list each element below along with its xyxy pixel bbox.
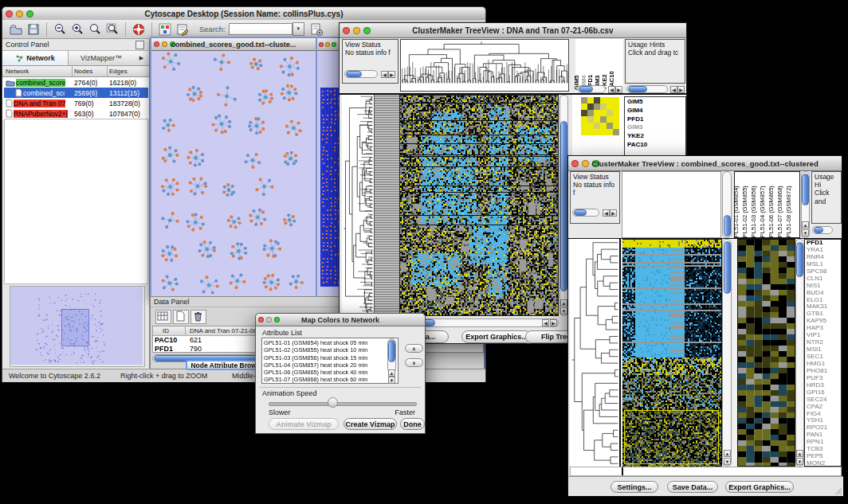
tab-overflow-button[interactable]: ▶ [134,51,149,65]
zoom-in-icon[interactable] [70,22,84,37]
slider-thumb[interactable] [328,397,338,408]
minimize-button[interactable] [325,42,330,47]
export-graphics-button[interactable]: Export Graphics... [725,481,794,493]
zoom-vscrollbar[interactable]: ▲ ▼ [795,239,804,467]
new-attribute-icon[interactable] [173,310,189,324]
zoom-heatmap-panel[interactable] [737,239,795,467]
settings-button[interactable]: Settings... [610,481,658,493]
scrollbar-thumb[interactable] [724,215,731,236]
scroll-up-arrow[interactable]: ▲ [802,221,809,229]
treeview2-titlebar[interactable]: ClusterMaker TreeView : combined_scores_… [568,156,842,171]
data-col-attr[interactable]: DNA and Tran 07-21-06 [190,327,257,334]
zoom-heatmap-canvas[interactable] [738,240,795,466]
row-dendrogram-canvas[interactable] [342,95,374,316]
view-status-scrollbar[interactable] [572,209,599,217]
scrollbar-thumb[interactable] [796,242,803,277]
annotation-icon[interactable] [175,22,190,37]
network-view-canvas[interactable] [151,51,312,294]
heatmap-panel[interactable] [622,239,722,467]
usage-hints-scrollbar[interactable] [812,226,833,234]
correlation-matrix-canvas[interactable] [579,96,621,136]
zoom-out-icon[interactable] [53,22,67,37]
delete-attribute-icon[interactable] [190,310,206,324]
network-row[interactable]: combined_scores 2764(0) 16218(0) [4,77,148,88]
network-list-empty-area[interactable] [4,119,148,284]
row-dendrogram-panel[interactable] [342,95,374,316]
column-dendrogram-panel[interactable] [622,171,721,238]
network-overview-panel[interactable] [10,286,145,367]
zoom-fit-icon[interactable] [105,22,120,37]
heatmap-canvas[interactable] [622,240,721,467]
column-dendrogram-canvas[interactable] [401,40,568,84]
matrix-row-label[interactable]: PFD1 [627,115,685,124]
matrix-row-label[interactable]: GIM4 [627,107,685,115]
dialog-titlebar[interactable]: Map Colors to Network [256,314,425,326]
search-dropdown-button[interactable]: ▾ [292,22,304,36]
attribute-browser-icon[interactable] [309,22,324,37]
col-edges[interactable]: Edges [109,68,128,75]
create-vizmap-button[interactable]: Create Vizmap [344,418,397,430]
heatmap-canvas[interactable] [400,96,558,315]
scroll-left-arrow[interactable]: ◀ [603,209,610,217]
attribute-list-item[interactable]: GPL51-03 (GSM856) heat shock 15 min [262,354,398,361]
heatmap-panel[interactable] [399,95,559,316]
scroll-up-arrow[interactable]: ▲ [560,299,567,307]
attribute-list-item[interactable]: GPL51-07 (GSM868) heat shock 60 min [262,376,398,383]
row-dendrogram-canvas[interactable] [570,239,619,467]
animation-speed-slider[interactable] [269,402,417,406]
scrollbar-thumb[interactable] [388,340,395,362]
network-row[interactable]: DNA and Tran 07 769(0) 183728(0) [4,98,148,108]
scroll-left-arrow[interactable]: ◀ [670,86,677,93]
matrix-row-label[interactable]: YKE2 [627,132,685,141]
attribute-list-item[interactable]: GPL51-01 (GSM854) heat shock 05 min [262,339,398,346]
treeview1-titlebar[interactable]: ClusterMaker TreeView : DNA and Tran 07-… [340,23,686,38]
scroll-right-arrow[interactable]: ▶ [550,319,557,326]
column-labels-scrollbar[interactable] [577,85,606,93]
data-col-id[interactable]: ID [163,327,169,334]
row-dendrogram-panel[interactable] [570,239,621,467]
done-button[interactable]: Done [400,418,425,430]
scroll-down-arrow[interactable]: ▼ [388,377,395,384]
resize-grip[interactable] [833,486,842,495]
scrollbar-thumb[interactable] [802,174,809,205]
scroll-right-arrow[interactable]: ▶ [388,71,395,78]
scroll-left-arrow[interactable]: ◀ [381,71,388,78]
scroll-right-arrow[interactable]: ▶ [677,86,685,93]
scroll-down-arrow[interactable]: ▼ [796,458,803,465]
column-dendrogram-panel[interactable] [400,39,569,92]
scroll-up-arrow[interactable]: ▲ [724,450,731,457]
animate-vizmap-button[interactable]: Animate Vizmap [269,418,339,430]
network-view-titlebar[interactable]: combined_scores_good.txt--cluste... [151,38,316,51]
zoom-button[interactable] [332,42,336,47]
network-row-selected[interactable]: combined_sco 2569(6) 13112(15) [4,88,148,98]
scroll-up-arrow[interactable]: ▲ [388,369,395,377]
overview-canvas[interactable] [10,287,143,365]
node-attribute-browser-button[interactable]: Node Attribute Brows [186,360,265,370]
tab-network[interactable]: Network [2,51,69,65]
col-network[interactable]: Network [6,68,29,75]
scrollbar-thumb[interactable] [724,241,731,294]
matrix-row-label[interactable]: PAC10 [627,141,685,150]
move-down-button[interactable]: ∨ [405,358,423,367]
col-nodes[interactable]: Nodes [74,68,92,75]
scroll-down-arrow[interactable]: ▼ [724,458,731,465]
vizmapper-icon[interactable] [158,22,172,37]
close-button[interactable] [319,42,324,47]
zoom-selected-icon[interactable] [88,22,102,37]
heatmap-vscrollbar-top[interactable] [722,171,732,238]
scrollbar-thumb[interactable] [560,121,567,291]
array-labels-scrollbar[interactable]: ▲ ▼ [801,171,810,238]
open-folder-icon[interactable] [9,22,23,37]
panel-divider[interactable] [732,239,737,467]
scroll-right-arrow[interactable]: ▶ [610,209,617,217]
tab-vizmapper[interactable]: VizMapper™ [69,51,134,65]
heatmap-vscrollbar[interactable]: ▲ ▼ [722,239,732,467]
select-columns-icon[interactable] [155,310,171,324]
matrix-row-label[interactable]: GIM3 [627,123,685,132]
scroll-down-arrow[interactable]: ▼ [802,229,809,236]
scroll-down-arrow[interactable]: ▼ [560,307,567,315]
scroll-up-arrow[interactable]: ▲ [796,450,803,457]
scroll-left-arrow[interactable]: ◀ [542,319,549,326]
attribute-list-scrollbar[interactable] [387,338,396,373]
scroll-left-arrow[interactable]: ◀ [608,86,615,93]
